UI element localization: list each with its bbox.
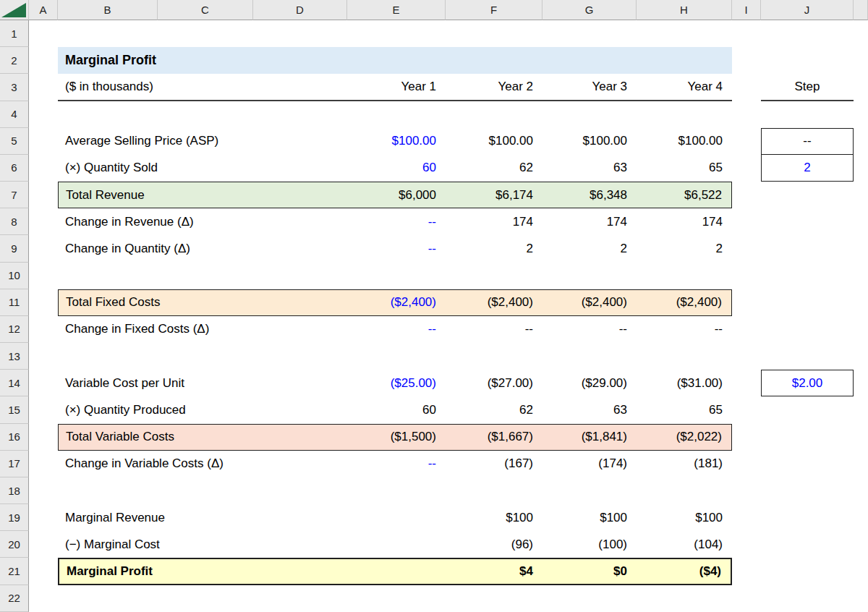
qty-produced-y4[interactable]: 65 <box>637 396 732 423</box>
col-header-H[interactable]: H <box>637 0 732 20</box>
total-revenue-y1[interactable]: $6,000 <box>347 182 446 208</box>
row-header-6[interactable]: 6 <box>0 155 29 182</box>
row-header-4[interactable]: 4 <box>0 101 29 128</box>
change-variable-costs-y4[interactable]: (181) <box>637 451 732 477</box>
total-variable-costs-y3[interactable]: ($1,841) <box>542 424 637 451</box>
qty-produced-y1[interactable]: 60 <box>347 396 446 423</box>
total-fixed-costs-y1[interactable]: ($2,400) <box>347 289 446 316</box>
asp-label[interactable]: Average Selling Price (ASP) <box>58 128 347 155</box>
total-fixed-costs-y2[interactable]: ($2,400) <box>446 289 542 316</box>
total-revenue-y3[interactable]: $6,348 <box>542 182 637 208</box>
marginal-profit-y2[interactable]: $4 <box>446 558 542 585</box>
col-header-I[interactable]: I <box>732 0 761 20</box>
total-revenue-y2[interactable]: $6,174 <box>446 182 542 208</box>
row-header-20[interactable]: 20 <box>0 531 29 558</box>
change-variable-costs-y1[interactable]: -- <box>347 451 446 477</box>
change-fixed-costs-y1[interactable]: -- <box>347 316 446 343</box>
row-header-9[interactable]: 9 <box>0 235 29 262</box>
col-header-E[interactable]: E <box>347 0 446 20</box>
marginal-profit-y1-cell[interactable] <box>347 558 446 585</box>
row-header-16[interactable]: 16 <box>0 424 29 451</box>
row-header-12[interactable]: 12 <box>0 316 29 343</box>
marginal-profit-y3[interactable]: $0 <box>542 558 637 585</box>
marginal-profit-label[interactable]: Marginal Profit <box>58 558 347 585</box>
col-header-B[interactable]: B <box>58 0 158 20</box>
marginal-cost-label[interactable]: (−) Marginal Cost <box>58 531 347 558</box>
marginal-revenue-y2[interactable]: $100 <box>446 504 542 531</box>
row-header-5[interactable]: 5 <box>0 128 29 155</box>
row-header-18[interactable]: 18 <box>0 477 29 504</box>
col-header-C[interactable]: C <box>158 0 253 20</box>
change-quantity-y4[interactable]: 2 <box>637 235 732 262</box>
total-variable-costs-y2[interactable]: ($1,667) <box>446 424 542 451</box>
row-header-21[interactable]: 21 <box>0 558 29 585</box>
row-header-8[interactable]: 8 <box>0 208 29 235</box>
asp-y2[interactable]: $100.00 <box>446 128 542 155</box>
qty-sold-y1[interactable]: 60 <box>347 155 446 182</box>
units-note[interactable]: ($ in thousands) <box>58 74 347 101</box>
vc-per-unit-y3[interactable]: ($29.00) <box>542 370 637 396</box>
row-header-2[interactable]: 2 <box>0 47 29 74</box>
vc-per-unit-label[interactable]: Variable Cost per Unit <box>58 370 347 396</box>
col-header-G[interactable]: G <box>542 0 637 20</box>
change-fixed-costs-y3[interactable]: -- <box>542 316 637 343</box>
row-header-14[interactable]: 14 <box>0 370 29 396</box>
change-quantity-y3[interactable]: 2 <box>542 235 637 262</box>
total-fixed-costs-y3[interactable]: ($2,400) <box>542 289 637 316</box>
vc-per-unit-y1[interactable]: ($25.00) <box>347 370 446 396</box>
vc-per-unit-y2[interactable]: ($27.00) <box>446 370 542 396</box>
qty-produced-label[interactable]: (×) Quantity Produced <box>58 396 347 423</box>
change-revenue-y1[interactable]: -- <box>347 208 446 235</box>
marginal-cost-y4[interactable]: (104) <box>637 531 732 558</box>
total-variable-costs-label[interactable]: Total Variable Costs <box>58 424 347 451</box>
change-variable-costs-y2[interactable]: (167) <box>446 451 542 477</box>
model-title[interactable]: Marginal Profit <box>58 47 732 74</box>
year2-header[interactable]: Year 2 <box>446 74 542 101</box>
change-revenue-label[interactable]: Change in Revenue (Δ) <box>58 208 347 235</box>
year3-header[interactable]: Year 3 <box>542 74 637 101</box>
marginal-profit-y4[interactable]: ($4) <box>637 558 732 585</box>
step-header[interactable]: Step <box>761 74 854 101</box>
qty-sold-step[interactable]: 2 <box>761 155 854 182</box>
qty-produced-y2[interactable]: 62 <box>446 396 542 423</box>
col-header-D[interactable]: D <box>253 0 347 20</box>
asp-y3[interactable]: $100.00 <box>542 128 637 155</box>
marginal-revenue-y4[interactable]: $100 <box>637 504 732 531</box>
total-revenue-y4[interactable]: $6,522 <box>637 182 732 208</box>
row-header-15[interactable]: 15 <box>0 396 29 423</box>
change-revenue-y2[interactable]: 174 <box>446 208 542 235</box>
change-fixed-costs-label[interactable]: Change in Fixed Costs (Δ) <box>58 316 347 343</box>
change-revenue-y4[interactable]: 174 <box>637 208 732 235</box>
qty-sold-label[interactable]: (×) Quantity Sold <box>58 155 347 182</box>
col-header-J[interactable]: J <box>761 0 854 20</box>
row-header-3[interactable]: 3 <box>0 74 29 101</box>
row-header-22[interactable]: 22 <box>0 585 29 612</box>
year1-header[interactable]: Year 1 <box>347 74 446 101</box>
asp-step[interactable]: -- <box>761 128 854 155</box>
row-header-19[interactable]: 19 <box>0 504 29 531</box>
total-fixed-costs-y4[interactable]: ($2,400) <box>637 289 732 316</box>
change-fixed-costs-y2[interactable]: -- <box>446 316 542 343</box>
total-variable-costs-y1[interactable]: ($1,500) <box>347 424 446 451</box>
total-variable-costs-y4[interactable]: ($2,022) <box>637 424 732 451</box>
change-revenue-y3[interactable]: 174 <box>542 208 637 235</box>
year4-header[interactable]: Year 4 <box>637 74 732 101</box>
row-header-17[interactable]: 17 <box>0 451 29 477</box>
change-quantity-label[interactable]: Change in Quantity (Δ) <box>58 235 347 262</box>
marginal-revenue-label[interactable]: Marginal Revenue <box>58 504 347 531</box>
change-variable-costs-label[interactable]: Change in Variable Costs (Δ) <box>58 451 347 477</box>
asp-y1[interactable]: $100.00 <box>347 128 446 155</box>
change-variable-costs-y3[interactable]: (174) <box>542 451 637 477</box>
change-fixed-costs-y4[interactable]: -- <box>637 316 732 343</box>
col-header-F[interactable]: F <box>446 0 542 20</box>
change-quantity-y2[interactable]: 2 <box>446 235 542 262</box>
qty-sold-y3[interactable]: 63 <box>542 155 637 182</box>
row-header-1[interactable]: 1 <box>0 20 29 47</box>
qty-produced-y3[interactable]: 63 <box>542 396 637 423</box>
total-revenue-label[interactable]: Total Revenue <box>58 182 347 208</box>
marginal-revenue-y3[interactable]: $100 <box>542 504 637 531</box>
change-quantity-y1[interactable]: -- <box>347 235 446 262</box>
asp-y4[interactable]: $100.00 <box>637 128 732 155</box>
marginal-cost-y3[interactable]: (100) <box>542 531 637 558</box>
col-header-A[interactable]: A <box>29 0 58 20</box>
